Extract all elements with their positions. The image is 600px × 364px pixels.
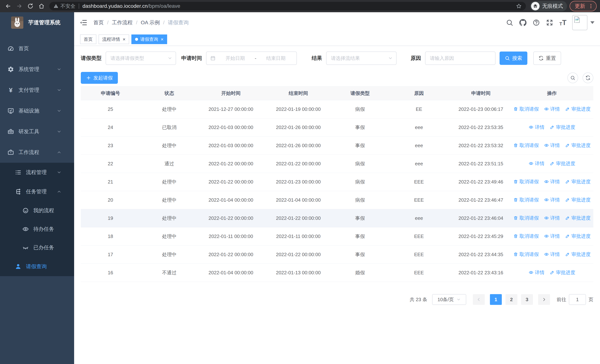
page-size-value: 10条/页 — [438, 296, 454, 303]
help-button[interactable] — [530, 16, 543, 29]
breadcrumb-item[interactable]: 工作流程 — [112, 19, 133, 26]
font-size-button[interactable]: TT — [556, 16, 570, 29]
search-button[interactable]: 搜索 — [500, 52, 527, 65]
goto-page-input[interactable] — [569, 294, 586, 305]
cancel-action-link[interactable]: 取消请假 — [513, 251, 539, 258]
sidebar-item-请假查询[interactable]: 请假查询 — [0, 257, 74, 276]
leave-type-input[interactable] — [106, 52, 176, 65]
browser-reload-button[interactable] — [26, 1, 35, 11]
tab-首页[interactable]: 首页 — [80, 35, 96, 44]
breadcrumb-item[interactable]: 首页 — [94, 19, 104, 26]
cancel-action-link[interactable]: 取消请假 — [513, 215, 539, 221]
action-label: 审批进度 — [556, 160, 575, 167]
chevron-down-icon[interactable] — [590, 21, 594, 24]
detail-action-link[interactable]: 详情 — [544, 106, 560, 112]
page-button-3[interactable]: 3 — [521, 294, 533, 305]
sidebar-item-我的流程[interactable]: 我的流程 — [0, 201, 74, 220]
toggle-search-button[interactable] — [567, 73, 578, 83]
detail-action-link[interactable]: 详情 — [544, 197, 560, 203]
sidebar-item-待办任务[interactable]: 待办任务 — [0, 220, 74, 238]
browser-update-button[interactable]: 更新 — [570, 1, 597, 11]
cell-end: 2022-01-19 00:00:00 — [263, 100, 333, 118]
create-leave-button[interactable]: 发起请假 — [81, 72, 118, 84]
sidebar-item-系统管理[interactable]: 系统管理 — [0, 59, 74, 80]
sidebar-item-首页[interactable]: 首页 — [0, 38, 74, 59]
page-button-2[interactable]: 2 — [506, 294, 517, 305]
sidebar-item-工作流程[interactable]: 工作流程 — [0, 142, 74, 163]
cell-apply_time: 2022-01-22 23:46:47 — [451, 191, 510, 209]
fullscreen-button[interactable] — [543, 16, 556, 29]
hamburger-fold-icon[interactable] — [80, 19, 87, 27]
search-button[interactable] — [503, 16, 516, 29]
cell-status: 处理中 — [140, 137, 198, 155]
detail-action-link[interactable]: 详情 — [544, 178, 560, 185]
table-row: 18处理中2022-01-11 00:00:002022-01-11 00:00… — [81, 227, 593, 246]
goto-label: 前往 — [557, 296, 566, 303]
sidebar-item-支付管理[interactable]: ¥支付管理 — [0, 80, 74, 101]
sidebar-item-已办任务[interactable]: 已办任务 — [0, 238, 74, 257]
browser-forward-button[interactable] — [14, 1, 24, 11]
page-size-select[interactable]: 10条/页 — [432, 294, 466, 305]
detail-action-link[interactable]: 详情 — [529, 160, 544, 167]
browser-home-button[interactable] — [37, 1, 46, 11]
reason-input[interactable] — [425, 52, 495, 65]
detail-action-link[interactable]: 详情 — [544, 215, 560, 221]
progress-action-link[interactable]: 审批进度 — [550, 124, 575, 131]
progress-action-link[interactable]: 审批进度 — [565, 215, 591, 221]
close-icon[interactable]: × — [123, 37, 125, 42]
leave-type-select[interactable] — [106, 52, 176, 65]
bookmark-star-icon[interactable] — [516, 3, 522, 9]
progress-action-link[interactable]: 审批进度 — [565, 142, 591, 149]
cancel-action-link[interactable]: 取消请假 — [513, 106, 539, 112]
cell-actions: 取消请假详情审批进度 — [510, 227, 593, 246]
chevron-down-icon — [57, 129, 62, 134]
trash-icon — [513, 215, 518, 220]
detail-action-link[interactable]: 详情 — [529, 269, 544, 276]
address-bar[interactable]: 不安全 dashboard.yudao.iocoder.cn/bpm/oa/le… — [49, 2, 526, 10]
sidebar-item-流程管理[interactable]: 流程管理 — [0, 163, 74, 182]
start-date-placeholder[interactable]: 开始日期 — [218, 55, 252, 62]
refresh-table-button[interactable] — [582, 73, 593, 83]
sidebar-item-基础设施[interactable]: 基础设施 — [0, 101, 74, 121]
dots-vertical-icon[interactable] — [588, 3, 594, 9]
table-row: 17处理中2022-01-22 00:00:002022-01-22 00:00… — [81, 246, 593, 264]
browser-back-button[interactable] — [3, 1, 13, 11]
progress-action-link[interactable]: 审批进度 — [565, 251, 591, 258]
app-logo[interactable]: 芋道管理系统 — [0, 12, 74, 33]
end-date-placeholder[interactable]: 结束日期 — [259, 55, 293, 62]
tab-流程详情[interactable]: 流程详情× — [99, 35, 129, 44]
reason-field[interactable] — [425, 52, 496, 65]
cancel-action-link[interactable]: 取消请假 — [513, 233, 539, 239]
sidebar-menu: 首页系统管理¥支付管理基础设施研发工具工作流程流程管理任务管理我的流程待办任务已… — [0, 38, 74, 276]
close-icon[interactable]: × — [161, 37, 163, 42]
sidebar-item-任务管理[interactable]: 任务管理 — [0, 182, 74, 201]
tab-请假查询[interactable]: 请假查询× — [131, 35, 167, 44]
prev-page-button[interactable] — [473, 294, 485, 305]
breadcrumb-item[interactable]: OA 示例 — [141, 19, 160, 26]
detail-action-link[interactable]: 详情 — [529, 124, 544, 131]
cell-id: 22 — [81, 155, 140, 173]
detail-action-link[interactable]: 详情 — [544, 233, 560, 239]
detail-action-link[interactable]: 详情 — [544, 142, 560, 149]
progress-action-link[interactable]: 审批进度 — [565, 197, 591, 203]
cancel-action-link[interactable]: 取消请假 — [513, 178, 539, 185]
reset-button[interactable]: 重置 — [533, 52, 561, 65]
cell-end: 2022-01-22 00:00:00 — [263, 155, 333, 173]
apply-time-range-picker[interactable]: 开始日期 - 结束日期 — [206, 52, 297, 65]
github-button[interactable] — [516, 16, 530, 29]
progress-action-link[interactable]: 审批进度 — [565, 233, 591, 239]
detail-action-link[interactable]: 详情 — [544, 251, 560, 258]
page-button-1[interactable]: 1 — [490, 294, 502, 305]
avatar[interactable] — [572, 15, 587, 30]
cancel-action-link[interactable]: 取消请假 — [513, 197, 539, 203]
progress-action-link[interactable]: 审批进度 — [550, 269, 575, 276]
action-label: 详情 — [550, 233, 560, 239]
next-page-button[interactable] — [538, 294, 550, 305]
result-select[interactable] — [326, 52, 396, 65]
progress-action-link[interactable]: 审批进度 — [565, 106, 591, 112]
progress-action-link[interactable]: 审批进度 — [550, 160, 575, 167]
result-input[interactable] — [327, 52, 396, 65]
progress-action-link[interactable]: 审批进度 — [565, 178, 591, 185]
sidebar-item-研发工具[interactable]: 研发工具 — [0, 121, 74, 142]
cancel-action-link[interactable]: 取消请假 — [513, 142, 539, 149]
